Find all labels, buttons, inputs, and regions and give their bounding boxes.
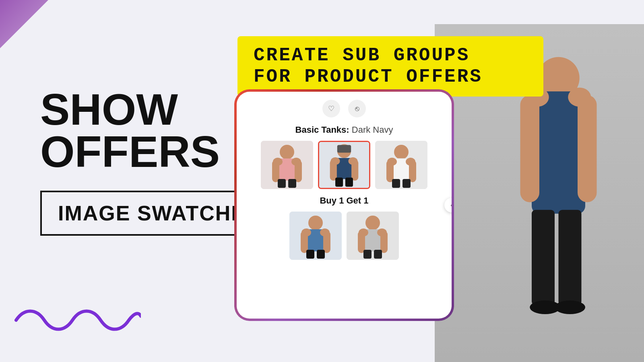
yellow-banner: CREATE SUB GROUPS FOR PRODUCT OFFERS xyxy=(237,36,543,97)
top-left-corner xyxy=(0,0,48,48)
svg-point-10 xyxy=(555,300,585,314)
phone-mockup-outer: ♡ ⎋ Basic Tanks: Dark Navy xyxy=(234,89,454,321)
svg-rect-46 xyxy=(306,250,314,259)
svg-rect-1 xyxy=(549,78,568,93)
offer-swatch-blue[interactable] xyxy=(289,212,342,260)
svg-point-12 xyxy=(280,145,294,159)
svg-rect-55 xyxy=(363,250,372,259)
svg-rect-56 xyxy=(374,250,382,259)
svg-rect-7 xyxy=(532,210,555,306)
share-icon-button[interactable]: ⎋ xyxy=(348,100,366,117)
svg-rect-36 xyxy=(409,160,416,182)
image-swatches-label: IMAGE SWATCHES xyxy=(58,202,261,225)
svg-rect-5 xyxy=(520,95,540,202)
svg-rect-35 xyxy=(386,160,394,182)
white-tank-figure xyxy=(375,141,427,189)
svg-rect-27 xyxy=(351,160,358,181)
svg-rect-54 xyxy=(380,231,388,253)
wave-svg xyxy=(12,304,141,336)
swatch-pink[interactable] xyxy=(261,141,313,189)
wave-decoration xyxy=(12,304,141,338)
svg-rect-29 xyxy=(345,177,353,187)
svg-rect-17 xyxy=(295,160,302,182)
svg-rect-37 xyxy=(392,179,400,188)
phone-mockup-inner: ♡ ⎋ Basic Tanks: Dark Navy xyxy=(237,92,452,319)
pink-tank-figure xyxy=(261,141,313,189)
svg-rect-18 xyxy=(278,179,286,188)
svg-rect-2 xyxy=(532,91,585,214)
svg-rect-28 xyxy=(335,177,343,187)
svg-point-49 xyxy=(365,216,380,230)
svg-rect-19 xyxy=(288,179,296,188)
navy-tank-figure xyxy=(319,141,369,189)
svg-rect-44 xyxy=(301,231,308,253)
svg-rect-8 xyxy=(559,210,582,306)
svg-point-40 xyxy=(308,216,323,230)
offer-swatches-row xyxy=(237,212,452,260)
svg-rect-6 xyxy=(578,95,597,202)
phone-top-icons: ♡ ⎋ xyxy=(237,92,452,121)
svg-rect-53 xyxy=(358,231,365,253)
offer-section-title: Buy 1 Get 1 xyxy=(237,195,452,206)
blue-tank-figure xyxy=(289,212,342,260)
heart-icon-button[interactable]: ♡ xyxy=(322,100,340,117)
svg-rect-38 xyxy=(402,179,411,188)
heart-icon: ♡ xyxy=(328,104,334,113)
product-section-title: Basic Tanks: Dark Navy xyxy=(237,125,452,135)
share-icon: ⎋ xyxy=(355,105,359,113)
offer-swatch-gray[interactable] xyxy=(347,212,399,260)
swatch-white[interactable] xyxy=(375,141,427,189)
svg-rect-16 xyxy=(272,160,279,182)
svg-rect-26 xyxy=(330,160,337,181)
swatches-row xyxy=(237,141,452,189)
swatch-navy[interactable] xyxy=(318,141,370,189)
svg-rect-22 xyxy=(337,145,351,152)
svg-point-31 xyxy=(394,145,409,159)
banner-text: CREATE SUB GROUPS FOR PRODUCT OFFERS xyxy=(254,45,527,88)
svg-rect-45 xyxy=(323,231,330,253)
gray-tank-figure xyxy=(347,212,399,260)
svg-rect-47 xyxy=(317,250,325,259)
